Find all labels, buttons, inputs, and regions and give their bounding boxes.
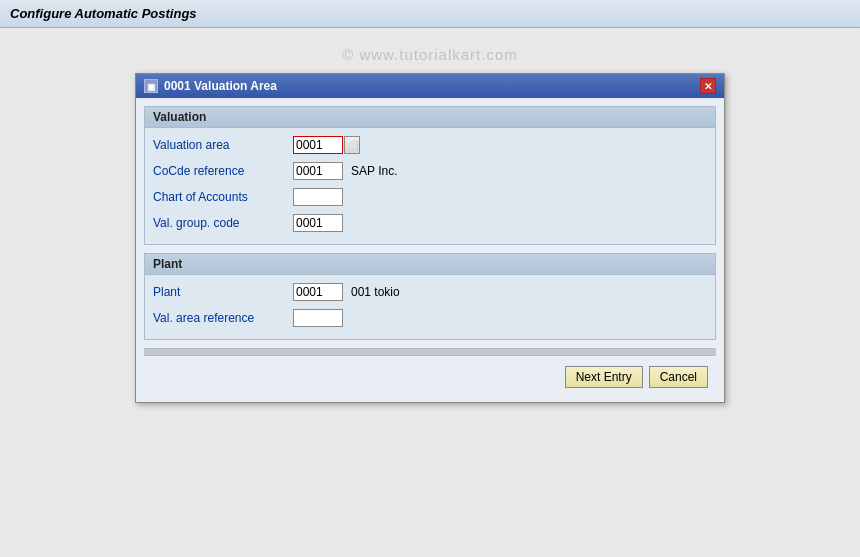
plant-section-header: Plant	[145, 254, 715, 275]
dialog-close-button[interactable]: ✕	[700, 78, 716, 94]
cocode-reference-label: CoCde reference	[153, 164, 293, 178]
watermark: © www.tutorialkart.com	[0, 28, 860, 73]
app-title-bar: Configure Automatic Postings	[0, 0, 860, 28]
dialog-titlebar: ▣ 0001 Valuation Area ✕	[136, 74, 724, 98]
cocode-reference-input[interactable]	[293, 162, 343, 180]
plant-input[interactable]	[293, 283, 343, 301]
app-title: Configure Automatic Postings	[10, 6, 197, 21]
valuation-section: Valuation Valuation area ⬜ CoCde referen…	[144, 106, 716, 245]
val-group-code-row: Val. group. code	[153, 212, 707, 234]
val-area-reference-input[interactable]	[293, 309, 343, 327]
cancel-button[interactable]: Cancel	[649, 366, 708, 388]
button-row: Next Entry Cancel	[144, 360, 716, 394]
dialog-title-icon: ▣	[144, 79, 158, 93]
plant-section: Plant Plant 001 tokio Val. area referenc…	[144, 253, 716, 340]
dialog-title-text: 0001 Valuation Area	[164, 79, 277, 93]
valuation-area-row: Valuation area ⬜	[153, 134, 707, 156]
val-area-reference-row: Val. area reference	[153, 307, 707, 329]
chart-of-accounts-row: Chart of Accounts	[153, 186, 707, 208]
dialog-title-left: ▣ 0001 Valuation Area	[144, 79, 277, 93]
next-entry-button[interactable]: Next Entry	[565, 366, 643, 388]
valuation-area-lookup-button[interactable]: ⬜	[344, 136, 360, 154]
cocode-reference-text: SAP Inc.	[351, 164, 397, 178]
plant-section-body: Plant 001 tokio Val. area reference	[145, 275, 715, 339]
valuation-area-label: Valuation area	[153, 138, 293, 152]
valuation-area-input[interactable]	[293, 136, 343, 154]
main-area: ▣ 0001 Valuation Area ✕ Valuation Valuat…	[0, 73, 860, 403]
cocode-reference-row: CoCde reference SAP Inc.	[153, 160, 707, 182]
val-group-code-input[interactable]	[293, 214, 343, 232]
chart-of-accounts-label: Chart of Accounts	[153, 190, 293, 204]
chart-of-accounts-input[interactable]	[293, 188, 343, 206]
valuation-section-header: Valuation	[145, 107, 715, 128]
val-area-reference-label: Val. area reference	[153, 311, 293, 325]
dialog-window: ▣ 0001 Valuation Area ✕ Valuation Valuat…	[135, 73, 725, 403]
val-group-code-label: Val. group. code	[153, 216, 293, 230]
plant-text: 001 tokio	[351, 285, 400, 299]
plant-label: Plant	[153, 285, 293, 299]
dialog-body: Valuation Valuation area ⬜ CoCde referen…	[136, 98, 724, 402]
scrollbar-area[interactable]	[144, 348, 716, 356]
plant-row: Plant 001 tokio	[153, 281, 707, 303]
scrollbar-track	[144, 349, 716, 355]
valuation-section-body: Valuation area ⬜ CoCde reference SAP Inc…	[145, 128, 715, 244]
